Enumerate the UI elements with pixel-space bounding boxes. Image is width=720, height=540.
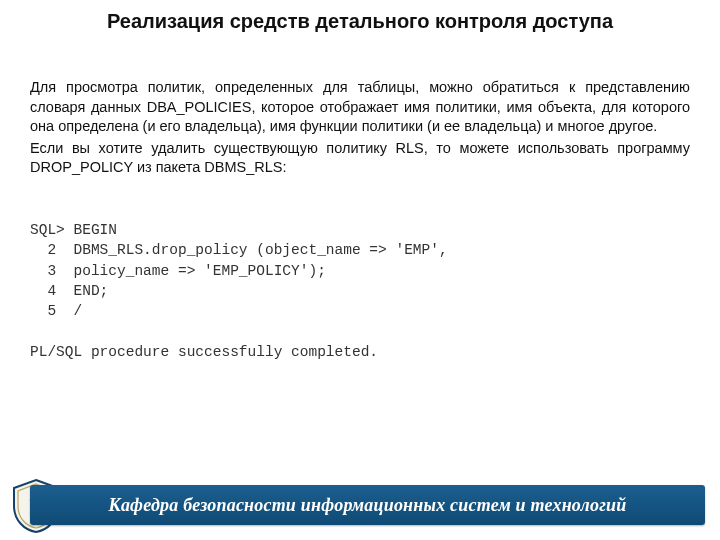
paragraph-2: Если вы хотите удалить существующую поли…: [30, 139, 690, 178]
slide-title: Реализация средств детального контроля д…: [0, 10, 720, 33]
footer-bar: Кафедра безопасности информационных сист…: [30, 485, 705, 525]
paragraph-1: Для просмотра политик, определенных для …: [30, 78, 690, 137]
body-text-block: Для просмотра политик, определенных для …: [30, 78, 690, 180]
footer-department-name: Кафедра безопасности информационных сист…: [30, 495, 705, 516]
code-example: SQL> BEGIN 2 DBMS_RLS.drop_policy (objec…: [30, 220, 690, 362]
